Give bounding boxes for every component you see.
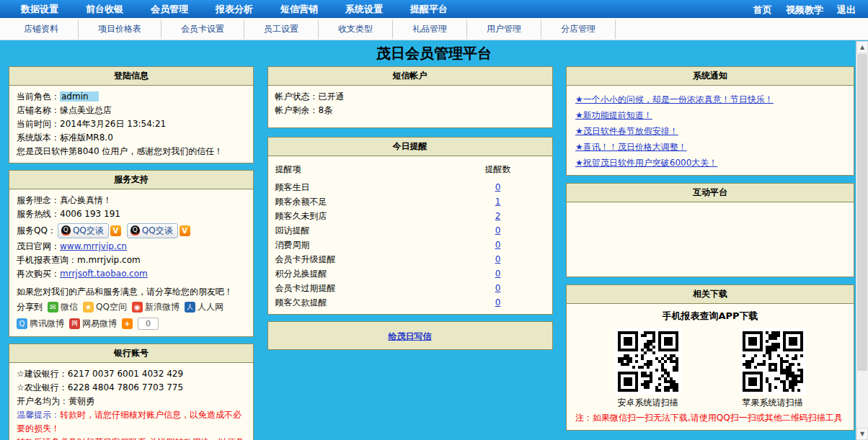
qq-chat-label-1: QQ交谈 bbox=[73, 225, 104, 237]
sub-nav-user-management[interactable]: 用户管理 bbox=[467, 19, 541, 39]
sms-account-panel: 短信帐户 帐户状态：已开通 帐户剩余：8条 bbox=[267, 66, 553, 128]
share-tencent-weibo[interactable]: Q腾讯微博 bbox=[17, 318, 64, 330]
top-nav-home[interactable]: 首页 bbox=[748, 4, 777, 15]
verified-badge-icon-1[interactable]: V bbox=[110, 225, 121, 236]
top-nav-sms-marketing[interactable]: 短信营销 bbox=[267, 3, 332, 16]
bank-agricultural: ☆农业银行：6228 4804 7806 7703 775 bbox=[17, 381, 246, 395]
scrollbar-thumb[interactable] bbox=[857, 54, 867, 371]
sub-nav-member-card-settings[interactable]: 会员卡设置 bbox=[161, 19, 244, 39]
sub-nav-gift-management[interactable]: 礼品管理 bbox=[393, 19, 467, 39]
reminder-row-low-balance: 顾客余额不足1 bbox=[275, 194, 545, 209]
top-nav-system-settings[interactable]: 系统设置 bbox=[332, 3, 397, 16]
buy-again-link[interactable]: mrrjsoft.taobao.com bbox=[60, 269, 148, 279]
top-nav-cashier[interactable]: 前台收银 bbox=[72, 3, 137, 16]
official-site-label: 茂日官网： bbox=[17, 241, 60, 251]
top-nav-report-analysis[interactable]: 报表分析 bbox=[202, 3, 267, 16]
login-info-body: 当前角色：admin 店铺名称：缘点美业总店 当前时间：2014年3月26日 1… bbox=[9, 86, 253, 163]
downloads-subtitle: 手机报表查询APP下载 bbox=[574, 308, 846, 323]
reminder-row-birthday: 顾客生日0 bbox=[275, 180, 545, 194]
reminder-row-callback: 回访提醒0 bbox=[275, 223, 545, 238]
top-nav-member-management[interactable]: 会员管理 bbox=[137, 3, 202, 16]
reminder-count-link[interactable]: 2 bbox=[495, 211, 501, 221]
notice-link[interactable]: ★新功能提前知道！ bbox=[575, 107, 845, 123]
service-support-panel: 服务支持 服务理念：真心换真情！ 服务热线：4006 193 191 服务QQ：… bbox=[9, 170, 254, 337]
interactive-platform-title: 互动平台 bbox=[567, 184, 854, 202]
top-nav-reminder-platform[interactable]: 提醒平台 bbox=[397, 3, 461, 16]
share-renren[interactable]: 人人人网 bbox=[185, 301, 223, 313]
ios-qr-code bbox=[740, 328, 806, 395]
reminder-count-link[interactable]: 0 bbox=[495, 182, 501, 192]
reminders-header-row: 提醒项 提醒数 bbox=[275, 161, 545, 180]
bank-account-name: 开户名均为：黄朝勇 bbox=[17, 395, 246, 408]
share-row-2: Q腾讯微博 网网易微博 + 0 bbox=[17, 315, 246, 332]
share-renren-label: 人人网 bbox=[198, 301, 223, 313]
middle-column: 短信帐户 帐户状态：已开通 帐户剩余：8条 今日提醒 提醒项 提醒数 顾客生日0… bbox=[267, 66, 553, 350]
sms-account-body: 帐户状态：已开通 帐户剩余：8条 bbox=[268, 86, 552, 127]
reminder-count-link[interactable]: 1 bbox=[495, 197, 501, 207]
today-reminders-body: 提醒项 提醒数 顾客生日0 顾客余额不足1 顾客久未到店2 回访提醒0 消费周期… bbox=[268, 156, 552, 314]
verified-badge-icon-2[interactable]: V bbox=[180, 225, 190, 236]
notice-link[interactable]: ★祝贺茂日软件用户突破6000大关！ bbox=[575, 155, 845, 171]
share-sina-label: 新浪微博 bbox=[145, 301, 180, 313]
sms-status: 帐户状态：已开通 bbox=[275, 90, 545, 104]
page-title: 茂日会员管理平台 bbox=[0, 40, 868, 66]
notice-link[interactable]: ★茂日软件春节放假安排！ bbox=[575, 123, 845, 139]
reminder-count-link[interactable]: 0 bbox=[495, 297, 501, 307]
netease-weibo-icon: 网 bbox=[69, 318, 80, 329]
reminder-row-long-absent: 顾客久未到店2 bbox=[275, 209, 545, 223]
share-row-1: 分享到 ✉微信 ★QQ空间 ◉新浪微博 人人人网 bbox=[17, 299, 246, 315]
official-site-line: 茂日官网：www.mrrjvip.cn bbox=[17, 240, 246, 253]
share-sina-weibo[interactable]: ◉新浪微博 bbox=[132, 301, 180, 313]
service-concept: 服务理念：真心换真情！ bbox=[17, 194, 246, 207]
scroll-down-arrow[interactable]: ▼ bbox=[856, 428, 868, 440]
android-qr-caption: 安卓系统请扫描 bbox=[615, 397, 681, 409]
sub-nav-income-expense-type[interactable]: 收支类型 bbox=[319, 19, 393, 39]
downloads-note: 注：如果微信扫一扫无法下载,请使用QQ扫一扫或其他二维码扫描工具 bbox=[574, 409, 846, 426]
android-qr-block: 安卓系统请扫描 bbox=[615, 328, 681, 409]
reminder-count-link[interactable]: 0 bbox=[495, 254, 501, 264]
bank-warm-tip: 温馨提示：转款时，请您仔细核对账户信息，以免造成不必要的损失！ bbox=[17, 408, 246, 436]
reminder-count-link[interactable]: 0 bbox=[495, 283, 501, 293]
share-netease-weibo[interactable]: 网网易微博 bbox=[69, 318, 117, 330]
top-nav-data-settings[interactable]: 数据设置 bbox=[7, 3, 72, 16]
scroll-up-arrow[interactable]: ▲ bbox=[856, 41, 868, 53]
interactive-platform-body bbox=[567, 202, 854, 277]
system-notice-title: 系统通知 bbox=[567, 67, 854, 86]
share-hint: 如果您对我们的产品和服务满意，请分享给您的朋友吧！ bbox=[17, 285, 246, 299]
role-value: admin bbox=[60, 91, 99, 102]
share-count-bubble[interactable]: 0 bbox=[138, 318, 159, 330]
reminder-count-link[interactable]: 0 bbox=[495, 269, 501, 279]
share-netease-weibo-label: 网易微博 bbox=[82, 318, 117, 330]
sub-nav-price-list[interactable]: 项目价格表 bbox=[79, 19, 161, 39]
wechat-icon: ✉ bbox=[48, 302, 58, 313]
sub-nav-shop-info[interactable]: 店铺资料 bbox=[4, 19, 79, 39]
scrollbar[interactable]: ▲ ▼ bbox=[856, 41, 868, 440]
top-nav-logout[interactable]: 退出 bbox=[832, 4, 861, 15]
official-site-link[interactable]: www.mrrjvip.cn bbox=[60, 241, 127, 251]
reminder-count-link[interactable]: 0 bbox=[495, 240, 501, 250]
write-letter-link[interactable]: 给茂日写信 bbox=[389, 331, 432, 341]
system-version: 系统版本：标准版MR8.0 bbox=[17, 131, 246, 145]
share-wechat-label: 微信 bbox=[61, 301, 78, 313]
buy-again-label: 再次购买： bbox=[17, 269, 60, 279]
tip-text-2: 转款后请务必及时和茂日客服联系,并说明转款用途，以便及时为您处理！ bbox=[17, 436, 246, 440]
mobile-report-value: m.mrrjvip.com bbox=[77, 255, 141, 265]
share-qzone[interactable]: ★QQ空间 bbox=[83, 301, 127, 313]
shop-name: 店铺名称：缘点美业总店 bbox=[17, 104, 246, 117]
notice-link[interactable]: ★一个小小的问候，却是一份浓浓真意！节日快乐！ bbox=[575, 91, 845, 107]
share-to-label: 分享到 bbox=[17, 301, 43, 313]
qr-row: 安卓系统请扫描 苹果系统请扫描 bbox=[574, 323, 846, 409]
notice-link[interactable]: ★喜讯！！茂日价格大调整！ bbox=[575, 139, 845, 155]
share-wechat[interactable]: ✉微信 bbox=[48, 301, 78, 313]
sub-nav-staff-settings[interactable]: 员工设置 bbox=[244, 19, 319, 39]
current-role: 当前角色：admin bbox=[17, 90, 246, 104]
qq-chat-button-2[interactable]: QQQ交谈 bbox=[127, 223, 178, 238]
reminder-label: 会员卡过期提醒 bbox=[275, 282, 451, 295]
share-more-icon[interactable]: + bbox=[122, 318, 133, 329]
sms-remaining: 帐户剩余：8条 bbox=[275, 104, 545, 117]
welcome-message: 您是茂日软件第8040 位用户，感谢您对我们的信任！ bbox=[17, 145, 246, 158]
reminder-count-link[interactable]: 0 bbox=[495, 225, 501, 235]
sub-nav-branch-management[interactable]: 分店管理 bbox=[541, 19, 616, 39]
top-nav-video-tutorial[interactable]: 视频教学 bbox=[781, 4, 828, 15]
qq-chat-button-1[interactable]: QQQ交谈 bbox=[58, 223, 109, 238]
